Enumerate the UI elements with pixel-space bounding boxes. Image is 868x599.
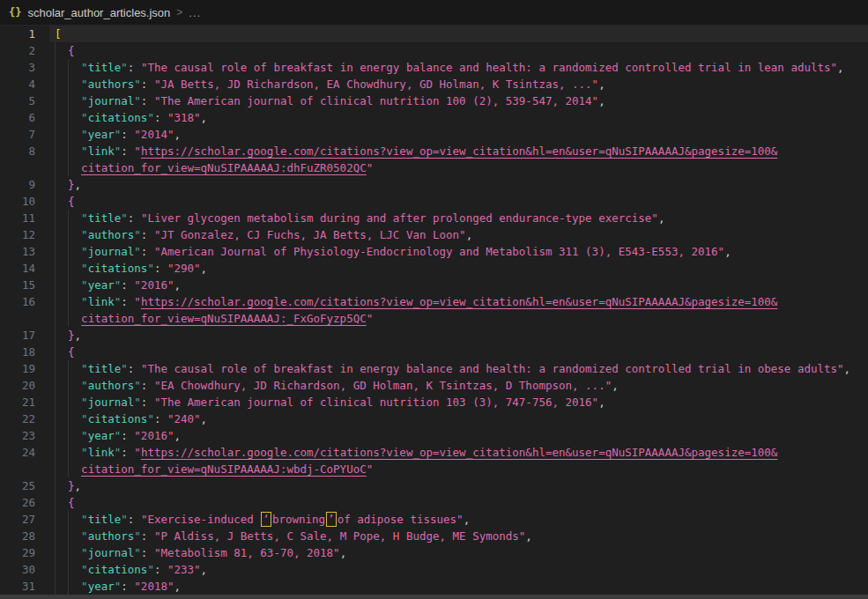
code-line[interactable]: 18 { — [0, 344, 868, 360]
code-token: : — [141, 245, 154, 258]
code-line[interactable]: 29 "journal": "Metabolism 81, 63-70, 201… — [0, 544, 868, 561]
code-content: "citations": "233", — [35, 563, 207, 576]
code-line[interactable]: 21 "journal": "The American journal of c… — [0, 394, 868, 410]
code-line[interactable]: 22 "citations": "240", — [0, 410, 868, 427]
horizontal-scrollbar[interactable] — [0, 595, 868, 599]
indent-guide — [68, 293, 69, 310]
indent-guide — [55, 561, 56, 578]
code-line[interactable]: 5 "journal": "The American journal of cl… — [0, 92, 868, 109]
code-token: year — [88, 580, 115, 593]
code-content: "journal": "The American journal of clin… — [35, 94, 605, 107]
indent-guide — [68, 461, 69, 477]
code-line[interactable]: 1[ — [0, 26, 868, 42]
code-line[interactable]: 20 "authors": "EA Chowdhury, JD Richards… — [0, 377, 868, 394]
code-token: " — [134, 144, 141, 158]
code-line[interactable]: 12 "authors": "JT Gonzalez, CJ Fuchs, JA… — [0, 226, 868, 243]
code-editor[interactable]: 1[2 {3 "title": "The causal role of brea… — [0, 26, 868, 595]
code-token: "American Journal of Physiology-Endocrin… — [154, 245, 724, 258]
code-line[interactable]: 8 "link": "https://scholar.google.com/ci… — [0, 143, 868, 159]
code-token: , — [201, 412, 208, 425]
code-token: journal — [88, 245, 135, 258]
code-line[interactable]: 3 "title": "The causal role of breakfast… — [0, 59, 868, 76]
code-line[interactable]: 27 "title": "Exercise-induced ‘browning’… — [0, 511, 868, 528]
code-token: year — [88, 278, 115, 292]
line-number: 13 — [0, 243, 35, 260]
line-number: 28 — [0, 528, 35, 544]
code-content: "link": "https://scholar.google.com/cita… — [35, 295, 777, 308]
url-link[interactable]: citation_for_view=qNuSIPAAAAAJ:_FxGoFyzp… — [81, 312, 367, 325]
code-line[interactable]: 19 "title": "The causal role of breakfas… — [0, 360, 868, 377]
code-line[interactable]: 23 "year": "2016", — [0, 427, 868, 444]
line-number: 7 — [0, 126, 35, 143]
code-line[interactable]: 6 "citations": "318", — [0, 109, 868, 126]
code-token: { — [68, 496, 75, 509]
code-token: " — [81, 429, 88, 442]
code-token: "240" — [167, 412, 201, 425]
code-token: " — [134, 78, 141, 91]
code-content: citation_for_view=qNuSIPAAAAAJ:wbdj-CoPY… — [35, 462, 373, 476]
code-token: " — [121, 513, 128, 526]
code-token: " — [147, 563, 154, 576]
code-line[interactable]: 11 "title": "Liver glycogen metabolism d… — [0, 210, 868, 226]
code-token: "290" — [167, 262, 201, 275]
code-line[interactable]: 30 "citations": "233", — [0, 561, 868, 578]
code-token: { — [68, 44, 75, 57]
code-token: " — [367, 312, 374, 325]
code-token: " — [134, 94, 141, 107]
code-line[interactable]: 13 "journal": "American Journal of Physi… — [0, 243, 868, 260]
indent-guide — [68, 159, 69, 176]
code-line-wrap[interactable]: citation_for_view=qNuSIPAAAAAJ:_FxGoFyzp… — [0, 310, 868, 327]
code-token: " — [147, 412, 154, 425]
code-line[interactable]: 4 "authors": "JA Betts, JD Richardson, E… — [0, 76, 868, 92]
code-token: "Exercise-induced — [141, 513, 260, 526]
code-token: link — [88, 295, 115, 308]
indent-guide — [55, 226, 56, 243]
url-link[interactable]: https://scholar.google.com/citations?vie… — [141, 144, 777, 158]
code-content: [ — [35, 27, 62, 41]
url-link[interactable]: citation_for_view=qNuSIPAAAAAJ:dhFuZR050… — [81, 161, 367, 174]
code-token: " — [134, 379, 141, 392]
code-line[interactable]: 14 "citations": "290", — [0, 260, 868, 277]
line-number: 2 — [0, 42, 35, 59]
code-content: "journal": "The American journal of clin… — [35, 396, 605, 409]
indent-guide — [55, 59, 56, 76]
url-link[interactable]: https://scholar.google.com/citations?vie… — [141, 446, 777, 459]
code-token — [55, 195, 68, 208]
code-token: "2018" — [134, 580, 174, 593]
code-line[interactable]: 10 { — [0, 193, 868, 210]
json-file-icon: {} — [9, 6, 21, 18]
url-link[interactable]: citation_for_view=qNuSIPAAAAAJ:wbdj-CoPY… — [81, 462, 367, 476]
code-line[interactable]: 17 }, — [0, 327, 868, 344]
line-number: 4 — [0, 76, 35, 92]
code-line[interactable]: 28 "authors": "P Aldiss, J Betts, C Sale… — [0, 528, 868, 544]
breadcrumb-filename[interactable]: scholar_author_articles.json — [27, 6, 170, 19]
line-number: 24 — [0, 444, 35, 461]
code-line[interactable]: 25 }, — [0, 477, 868, 494]
indent-guide — [68, 377, 69, 394]
indent-guide — [55, 42, 56, 59]
code-line[interactable]: 31 "year": "2018", — [0, 578, 868, 595]
code-line[interactable]: 15 "year": "2016", — [0, 277, 868, 293]
line-number: 1 — [0, 26, 35, 42]
code-token: " — [81, 144, 88, 158]
code-line[interactable]: 16 "link": "https://scholar.google.com/c… — [0, 293, 868, 310]
code-line[interactable]: 26 { — [0, 494, 868, 511]
code-line-wrap[interactable]: citation_for_view=qNuSIPAAAAAJ:wbdj-CoPY… — [0, 461, 868, 477]
code-line[interactable]: 2 { — [0, 42, 868, 59]
code-content: citation_for_view=qNuSIPAAAAAJ:dhFuZR050… — [35, 161, 373, 174]
breadcrumb-ellipsis[interactable]: ... — [189, 6, 201, 19]
code-token — [55, 329, 68, 342]
code-line[interactable]: 24 "link": "https://scholar.google.com/c… — [0, 444, 868, 461]
code-token: , — [201, 111, 208, 124]
code-line[interactable]: 9 }, — [0, 176, 868, 193]
code-token: , — [844, 362, 851, 375]
code-content: "authors": "EA Chowdhury, JD Richardson,… — [35, 379, 619, 392]
indent-guide — [55, 528, 56, 544]
code-content: "link": "https://scholar.google.com/cita… — [35, 144, 777, 158]
code-line-wrap[interactable]: citation_for_view=qNuSIPAAAAAJ:dhFuZR050… — [0, 159, 868, 176]
line-number: 30 — [0, 561, 35, 578]
indent-guide — [55, 76, 56, 92]
code-token: title — [88, 61, 122, 74]
code-line[interactable]: 7 "year": "2014", — [0, 126, 868, 143]
url-link[interactable]: https://scholar.google.com/citations?vie… — [141, 295, 777, 308]
